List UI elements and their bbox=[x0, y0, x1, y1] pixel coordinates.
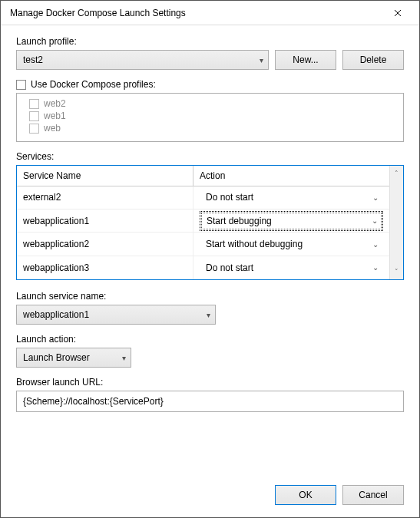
scroll-up-icon: ˄ bbox=[390, 166, 403, 181]
ok-button[interactable]: OK bbox=[275, 485, 336, 505]
table-row: webapplication3 Do not start⌄ bbox=[17, 256, 389, 279]
profiles-list: web2 web1 web bbox=[16, 93, 404, 142]
chevron-down-icon: ▾ bbox=[207, 311, 210, 319]
table-row: webapplication1 Start debugging⌄ bbox=[17, 210, 389, 233]
launch-action-label: Launch action: bbox=[16, 334, 404, 345]
browser-url-value: {Scheme}://localhost:{ServicePort} bbox=[23, 396, 164, 407]
chevron-down-icon: ⌄ bbox=[372, 240, 379, 249]
launch-service-dropdown[interactable]: webapplication1 ▾ bbox=[16, 305, 216, 325]
launch-action-value: Launch Browser bbox=[23, 352, 122, 363]
table-header: Service Name Action bbox=[17, 166, 389, 186]
browser-url-label: Browser launch URL: bbox=[16, 377, 404, 388]
profile-item-label: web2 bbox=[44, 98, 66, 109]
scroll-down-icon: ˅ bbox=[390, 264, 403, 279]
dialog-title: Manage Docker Compose Launch Settings bbox=[10, 8, 382, 18]
profile-item[interactable]: web bbox=[29, 123, 397, 134]
column-action[interactable]: Action bbox=[193, 166, 389, 186]
close-icon bbox=[394, 9, 402, 17]
close-button[interactable] bbox=[382, 2, 413, 24]
delete-button[interactable]: Delete bbox=[342, 50, 404, 70]
profile-item[interactable]: web1 bbox=[29, 111, 397, 121]
services-label: Services: bbox=[16, 151, 404, 162]
use-profiles-label: Use Docker Compose profiles: bbox=[31, 79, 156, 90]
service-action-dropdown[interactable]: Start without debugging⌄ bbox=[200, 234, 383, 254]
column-service-name[interactable]: Service Name bbox=[17, 166, 193, 186]
launch-profile-dropdown[interactable]: test2 ▾ bbox=[16, 50, 269, 70]
chevron-down-icon: ▾ bbox=[122, 354, 126, 362]
launch-profile-value: test2 bbox=[23, 54, 260, 65]
cancel-button[interactable]: Cancel bbox=[342, 485, 404, 505]
service-name-cell: webapplication1 bbox=[17, 210, 193, 232]
table-row: webapplication2 Start without debugging⌄ bbox=[17, 233, 389, 256]
checkbox-icon bbox=[29, 111, 39, 121]
dialog-window: Manage Docker Compose Launch Settings La… bbox=[0, 0, 420, 518]
launch-profile-label: Launch profile: bbox=[16, 36, 404, 47]
services-table: Service Name Action external2 Do not sta… bbox=[16, 165, 404, 280]
service-name-cell: webapplication3 bbox=[17, 256, 193, 279]
chevron-down-icon: ▾ bbox=[260, 56, 263, 64]
new-button[interactable]: New... bbox=[275, 50, 336, 70]
scrollbar[interactable]: ˄ ˅ bbox=[389, 166, 403, 279]
service-name-cell: webapplication2 bbox=[17, 233, 193, 255]
profile-item-label: web1 bbox=[44, 111, 66, 121]
titlebar: Manage Docker Compose Launch Settings bbox=[1, 1, 419, 25]
checkbox-icon bbox=[16, 80, 26, 90]
use-profiles-checkbox[interactable]: Use Docker Compose profiles: bbox=[16, 79, 404, 90]
chevron-down-icon: ⌄ bbox=[372, 193, 379, 202]
service-action-dropdown[interactable]: Start debugging⌄ bbox=[200, 211, 383, 231]
profile-item-label: web bbox=[44, 123, 61, 134]
service-action-dropdown[interactable]: Do not start⌄ bbox=[200, 258, 383, 278]
service-name-cell: external2 bbox=[17, 186, 193, 209]
browser-url-input[interactable]: {Scheme}://localhost:{ServicePort} bbox=[16, 391, 404, 412]
launch-action-dropdown[interactable]: Launch Browser ▾ bbox=[16, 348, 131, 368]
service-action-dropdown[interactable]: Do not start⌄ bbox=[200, 187, 383, 207]
chevron-down-icon: ⌄ bbox=[372, 263, 379, 272]
launch-service-value: webapplication1 bbox=[23, 309, 207, 320]
checkbox-icon bbox=[29, 99, 39, 109]
table-row: external2 Do not start⌄ bbox=[17, 186, 389, 210]
dialog-footer: OK Cancel bbox=[16, 474, 404, 505]
dialog-content: Launch profile: test2 ▾ New... Delete Us… bbox=[1, 25, 419, 517]
chevron-down-icon: ⌄ bbox=[372, 216, 378, 225]
checkbox-icon bbox=[29, 124, 39, 134]
launch-service-label: Launch service name: bbox=[16, 291, 404, 302]
profile-item[interactable]: web2 bbox=[29, 98, 397, 109]
